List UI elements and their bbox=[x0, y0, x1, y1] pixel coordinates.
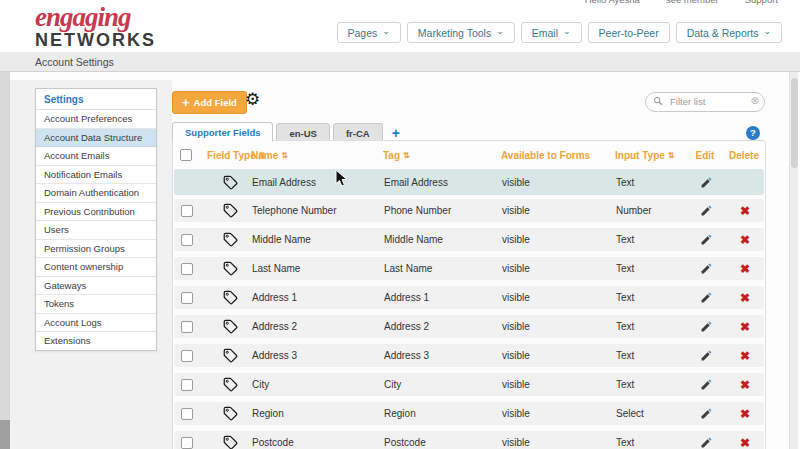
tag-icon bbox=[223, 435, 238, 449]
filter-input[interactable] bbox=[645, 92, 765, 112]
column-header-label: Name bbox=[251, 150, 278, 161]
delete-icon[interactable]: ✖ bbox=[740, 349, 750, 363]
row-checkbox[interactable] bbox=[181, 234, 193, 246]
field-input-type: Text bbox=[616, 321, 688, 332]
sidebar-item[interactable]: Account Data Structure bbox=[36, 129, 156, 148]
row-checkbox[interactable] bbox=[181, 263, 193, 275]
field-input-type: Text bbox=[616, 263, 688, 274]
sidebar-item[interactable]: Permission Groups bbox=[36, 240, 156, 259]
row-checkbox[interactable] bbox=[181, 292, 193, 304]
add-field-button[interactable]: + Add Field bbox=[172, 91, 247, 114]
field-name: Telephone Number bbox=[252, 205, 384, 216]
clear-filter-icon[interactable]: ⊗ bbox=[751, 95, 759, 106]
nav-button[interactable]: Marketing Tools ⌄ bbox=[407, 22, 515, 43]
nav-button-label: Marketing Tools bbox=[418, 27, 491, 39]
sidebar-item[interactable]: Account Logs bbox=[36, 314, 156, 333]
topbar-link[interactable]: Support bbox=[745, 0, 778, 5]
column-header[interactable]: Edit bbox=[687, 150, 723, 161]
vertical-scrollbar[interactable] bbox=[789, 72, 798, 449]
tag-icon bbox=[223, 175, 238, 190]
sidebar-item[interactable]: Account Emails bbox=[36, 147, 156, 166]
sidebar-item[interactable]: Users bbox=[36, 221, 156, 240]
edit-icon[interactable] bbox=[700, 407, 713, 420]
topbar-link[interactable]: see member bbox=[666, 0, 719, 5]
delete-icon[interactable]: ✖ bbox=[740, 407, 750, 421]
tag-icon bbox=[223, 232, 238, 247]
help-icon[interactable]: ? bbox=[746, 126, 760, 140]
nav-button[interactable]: Peer-to-Peer bbox=[588, 22, 670, 43]
nav-button[interactable]: Data & Reports ⌄ bbox=[676, 22, 782, 43]
tag-icon bbox=[223, 261, 238, 276]
plus-icon: + bbox=[182, 95, 190, 110]
delete-icon[interactable]: ✖ bbox=[740, 378, 750, 392]
edit-icon[interactable] bbox=[700, 320, 713, 333]
sort-icon: ⇅ bbox=[281, 151, 288, 160]
column-header[interactable]: Field Type ⇅ bbox=[207, 150, 251, 161]
main-nav: Pages ⌄ Marketing Tools ⌄ Email ⌄ Peer-t… bbox=[337, 22, 782, 43]
delete-icon[interactable]: ✖ bbox=[740, 291, 750, 305]
row-checkbox[interactable] bbox=[181, 437, 193, 449]
edit-icon[interactable] bbox=[700, 436, 713, 449]
delete-icon[interactable]: ✖ bbox=[740, 320, 750, 334]
tag-icon bbox=[223, 348, 238, 363]
sidebar-item[interactable]: Extensions bbox=[36, 332, 156, 350]
field-available-to-forms: visible bbox=[502, 177, 616, 188]
edit-icon[interactable] bbox=[700, 233, 713, 246]
sort-icon: ⇅ bbox=[668, 151, 675, 160]
delete-icon[interactable]: ✖ bbox=[740, 233, 750, 247]
field-type-cell bbox=[208, 435, 252, 449]
logo[interactable]: engaging NETWORKS bbox=[35, 4, 156, 49]
table-row: Address 2 Address 2 visible Text ✖ bbox=[174, 315, 764, 338]
row-checkbox[interactable] bbox=[181, 321, 193, 333]
field-input-type: Text bbox=[616, 177, 688, 188]
row-checkbox[interactable] bbox=[181, 205, 193, 217]
field-type-cell bbox=[208, 319, 252, 334]
row-checkbox[interactable] bbox=[181, 379, 193, 391]
sidebar-item[interactable]: Notification Emails bbox=[36, 166, 156, 185]
field-type-cell bbox=[208, 232, 252, 247]
field-type-cell bbox=[208, 175, 252, 190]
field-tag: Middle Name bbox=[384, 234, 502, 245]
sidebar-item[interactable]: Previous Contribution bbox=[36, 203, 156, 222]
edit-icon[interactable] bbox=[700, 176, 713, 189]
nav-button[interactable]: Email ⌄ bbox=[521, 22, 582, 43]
row-checkbox[interactable] bbox=[181, 408, 193, 420]
delete-icon[interactable]: ✖ bbox=[740, 204, 750, 218]
row-checkbox[interactable] bbox=[181, 350, 193, 362]
column-header[interactable]: Input Type ⇅ bbox=[615, 150, 687, 161]
edit-icon[interactable] bbox=[700, 291, 713, 304]
sidebar-item[interactable]: Account Preferences bbox=[36, 110, 156, 129]
field-tag: Region bbox=[384, 408, 502, 419]
sidebar-title: Settings bbox=[36, 89, 156, 110]
gear-icon[interactable]: ⚙ bbox=[245, 90, 260, 110]
breadcrumb-bar: Account Settings bbox=[0, 52, 800, 72]
tab[interactable]: Supporter Fields bbox=[172, 122, 273, 142]
field-input-type: Text bbox=[616, 379, 688, 390]
select-all-checkbox[interactable] bbox=[180, 149, 192, 161]
delete-icon[interactable]: ✖ bbox=[740, 262, 750, 276]
field-name: Email Address bbox=[252, 177, 384, 188]
sort-icon: ⇅ bbox=[403, 151, 410, 160]
column-header[interactable]: Delete bbox=[723, 150, 765, 161]
edit-icon[interactable] bbox=[700, 262, 713, 275]
scrollbar-thumb[interactable] bbox=[791, 78, 798, 168]
edit-icon[interactable] bbox=[700, 349, 713, 362]
delete-icon[interactable]: ✖ bbox=[740, 436, 750, 449]
sidebar-item[interactable]: Gateways bbox=[36, 277, 156, 296]
topbar-link[interactable]: Hello Ayesha bbox=[585, 0, 640, 5]
column-header[interactable]: Name ⇅ bbox=[251, 150, 383, 161]
field-name: City bbox=[252, 379, 384, 390]
column-header[interactable]: Tag ⇅ bbox=[383, 150, 501, 161]
table-row: Middle Name Middle Name visible Text ✖ bbox=[174, 228, 764, 251]
sidebar-item[interactable]: Domain Authentication bbox=[36, 184, 156, 203]
edit-icon[interactable] bbox=[700, 378, 713, 391]
chevron-down-icon: ⌄ bbox=[763, 26, 771, 36]
sidebar-item[interactable]: Tokens bbox=[36, 295, 156, 314]
column-header[interactable]: Available to Forms bbox=[501, 150, 615, 161]
sidebar-item[interactable]: Content ownership bbox=[36, 258, 156, 277]
edit-icon[interactable] bbox=[700, 204, 713, 217]
add-field-label: Add Field bbox=[194, 97, 237, 108]
tag-icon bbox=[223, 290, 238, 305]
nav-button[interactable]: Pages ⌄ bbox=[337, 22, 401, 43]
column-header-label: Tag bbox=[383, 150, 400, 161]
